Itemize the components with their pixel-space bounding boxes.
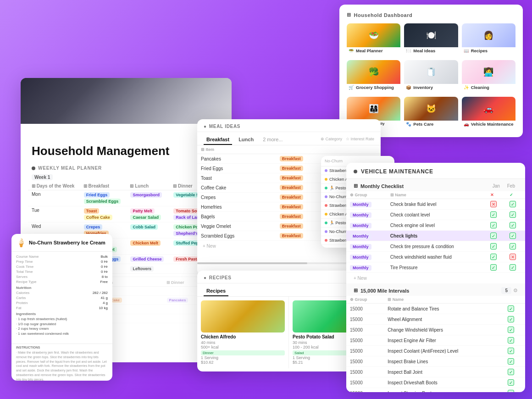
grid-item-grocery[interactable]: 🥦 🛒Grocery Shopping <box>347 60 400 93</box>
no-churn-label: No-Churn <box>325 159 343 163</box>
tab-breakfast[interactable]: Breakfast <box>204 135 232 145</box>
vehicle-maintenance-card: VEHICLE MAINTENANCE ⊞ Monthly Checklist … <box>346 163 525 392</box>
col-name: ⊞ Name <box>387 191 487 199</box>
dot-icon: ● <box>204 124 207 129</box>
check-green: ✓ <box>510 264 516 271</box>
recipe-chicken-alfredo[interactable]: Chicken Alfredo 40 mins 500+ kcal Dinner… <box>197 297 289 368</box>
interest-col: ☆ Interest Rate <box>346 137 374 141</box>
tab-more[interactable]: 2 more... <box>260 135 285 145</box>
check-green: ✓ <box>508 305 514 312</box>
check-green: ✓ <box>508 337 514 344</box>
check-green: ✓ <box>510 243 516 249</box>
settings-icon[interactable]: ⚙ <box>513 288 518 294</box>
check-green: ✓ <box>490 211 497 218</box>
table-row: 15000 Wheel Alignment ✓ <box>346 314 525 325</box>
check-green: ✓ <box>490 264 497 271</box>
table-row: Monthly Check engine oil level ✓ ✓ <box>346 220 525 231</box>
table-row: 15000 Inspect Engine Air Filter ✓ <box>346 335 525 346</box>
col-name-mi: ⊞ Name <box>384 296 504 304</box>
check-green: ✓ <box>510 222 516 228</box>
table-row: Monthly Check tire pressure & condition … <box>346 241 525 252</box>
meal-ideas-title: ● MEAL IDEAS <box>204 124 374 129</box>
table-row: Mon Fried EggsScrambled Eggs Smorgasbord… <box>28 190 224 206</box>
recipe-name-1: Chicken Alfredo <box>201 334 285 339</box>
month-tabs: Jan Feb <box>490 183 518 189</box>
table-row-check-lights: Monthly Check lights ✓ ✓ <box>346 231 525 241</box>
mile-intervals-table: ⊕ Group ⊞ Name 15000 Rotate and Balance … <box>346 296 525 392</box>
check-green: ✓ <box>510 233 516 239</box>
check-green: ✓ <box>510 201 516 207</box>
table-row: Monthly Check brake fluid level ✕ ✓ <box>346 199 525 210</box>
check-green: ✓ <box>490 233 497 239</box>
table-row: Monthly Check coolant level ✓ ✓ <box>346 210 525 220</box>
grid-item-meal-planner[interactable]: 🥗 🥗Meal Planner <box>347 23 400 56</box>
check-green: ✓ <box>508 390 514 392</box>
check-green: ✓ <box>508 327 514 333</box>
grid-item-cleaning[interactable]: 👩‍💻 ✨Cleaning <box>462 60 515 93</box>
check-green: ✓ <box>508 369 514 375</box>
month-tab-feb[interactable]: Feb <box>504 183 518 189</box>
mile-intervals-title: ⊞ 15,000 Mile Intervals <box>354 288 409 294</box>
col-category <box>276 145 336 154</box>
table-row: 15000 Rotate and Balance Tires ✓ <box>346 304 525 314</box>
tab-lunch[interactable]: Lunch <box>236 135 256 145</box>
icecream-icon: 🍦 <box>16 238 26 248</box>
table-row: Tue ToastCoffee Cake Patty MeltCaesar Sa… <box>28 206 224 222</box>
vehicle-dot <box>354 170 357 173</box>
dashboard-grid: 🥗 🥗Meal Planner 🍽️ 🍽️Meal Ideas 👩 📖Recip… <box>347 23 515 130</box>
table-row: 15000 Change Windshield Wipers ✓ <box>346 325 525 335</box>
col-stars <box>336 145 381 154</box>
table-row: 15000 Inspect Driveshaft Boots ✓ <box>346 377 525 388</box>
add-new-monthly[interactable]: + New <box>346 273 525 283</box>
check-green: ✓ <box>510 211 516 218</box>
grid-item-meal-ideas[interactable]: 🍽️ 🍽️Meal Ideas <box>404 23 458 56</box>
check-green: ✓ <box>490 254 497 260</box>
check-green: ✓ <box>508 348 514 354</box>
ingredients-list: · 1 cup fresh strawberries (hulled) · 1/… <box>16 317 108 336</box>
col-breakfast: ⊞ Breakfast <box>80 182 127 190</box>
mile-intervals-section: ⊞ 15,000 Mile Intervals 5 ⚙ <box>346 283 525 296</box>
col-lunch: ⊞ Lunch <box>126 182 169 190</box>
table-row: 15000 Inspect Steering Boots ✓ <box>346 388 525 393</box>
grid-item-inventory[interactable]: 🧻 📦Inventory <box>404 60 458 93</box>
dot-icon: ● <box>204 275 207 280</box>
tab-recipes[interactable]: Recipes <box>204 286 228 296</box>
checklist-icon: ⊞ <box>354 183 358 189</box>
month-tab-jan[interactable]: Jan <box>490 183 503 189</box>
col-item: ⊞ Item <box>197 145 276 154</box>
icecream-footer: INSTRUCTIONS · Make the strawberry jam f… <box>11 344 112 381</box>
grid-item-vehicle[interactable]: 🚗 🚗Vehicle Maintenance <box>462 97 515 130</box>
dashboard-grid-icon: ⊞ <box>347 12 351 18</box>
table-row: Monthly Tire Pressure ✓ ✓ <box>346 262 525 273</box>
check-green: ✓ <box>490 222 497 228</box>
table-row: 15000 Inspect Coolant (AntiFreeze) Level… <box>346 346 525 356</box>
check-green: ✓ <box>508 379 514 386</box>
icecream-card: 🍦 No-Churn Strawberry Ice Cream Course N… <box>11 234 112 381</box>
col-group-mi: ⊕ Group <box>346 296 384 304</box>
vehicle-header: VEHICLE MAINTENANCE <box>346 163 525 179</box>
col-check-mi <box>504 296 525 304</box>
monthly-checklist-section: ⊞ Monthly Checklist Jan Feb <box>346 179 525 191</box>
grid-item-recipes[interactable]: 👩 📖Recipes <box>462 23 515 56</box>
dashboard-title: ⊞ Household Dashboard <box>347 12 515 18</box>
check-red: ✕ <box>490 201 497 207</box>
check-green: ✓ <box>490 243 497 249</box>
check-red: ✕ <box>510 254 516 260</box>
table-row: 15000 Inspect Brake Lines ✓ <box>346 356 525 367</box>
meal-ideas-tabs: Breakfast Lunch 2 more... ⊕ Category ☆ I… <box>197 132 381 145</box>
col-days: ⊞ Days of the Week <box>28 182 80 190</box>
check-green: ✓ <box>508 358 514 365</box>
dashboard-card: ⊞ Household Dashboard 🥗 🥗Meal Planner 🍽️… <box>339 5 523 137</box>
hero-image <box>21 78 232 124</box>
vehicle-title: VEHICLE MAINTENANCE <box>361 168 433 175</box>
col-group: ⊕ Group <box>346 191 387 199</box>
col-feb-check: ✓ <box>506 191 525 199</box>
icecream-body: Course NameBulk Prep Time0 Hr Cook Time0… <box>11 252 112 344</box>
grid-item-pets[interactable]: 🐱 🐾Pets Care <box>404 97 458 130</box>
interval-count: 5 <box>501 287 511 294</box>
check-green: ✓ <box>508 316 514 322</box>
icecream-title: No-Churn Strawberry Ice Cream <box>29 240 105 245</box>
table-row: 15000 Inspect Ball Joint ✓ <box>346 367 525 377</box>
category-col: ⊕ Category <box>321 137 342 141</box>
week-tag: Week 1 <box>32 174 53 180</box>
